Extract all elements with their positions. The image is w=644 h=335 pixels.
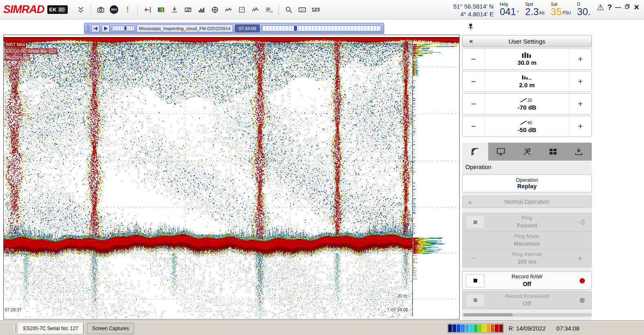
colormap-icon — [157, 6, 165, 14]
zoom-button[interactable] — [283, 4, 295, 16]
stop-icon — [474, 279, 477, 282]
record-raw-row[interactable]: Record RAW Off — [462, 271, 592, 290]
panel-title: User Settings — [480, 38, 574, 45]
tab-output[interactable] — [566, 143, 592, 161]
depth-label-right-10m: 10 m — [398, 108, 407, 113]
min-level-setting-row: − 20 -70 dB + — [462, 93, 592, 115]
event-marker-button[interactable]: ! — [122, 4, 134, 16]
hatched-layer-button[interactable] — [182, 4, 194, 16]
min-level-setting[interactable]: 20 -70 dB — [485, 94, 569, 114]
colorscale-segment — [491, 324, 494, 332]
tab-channel[interactable]: ES200-7C Serial No: 127 — [18, 323, 84, 334]
numerals-button[interactable]: 123 — [310, 4, 322, 16]
ping-mode-row: Ping Mode Maximum — [463, 231, 591, 249]
ping-mode-value: Maximum — [514, 240, 540, 247]
replay-filename[interactable]: Mississippi_Inspecting_cloud_FM-D2022091… — [137, 24, 233, 32]
magnifier-icon — [285, 6, 293, 14]
slope-40-icon: 40 — [520, 119, 534, 126]
salinity-label: Sal — [551, 2, 558, 7]
warning-icon[interactable]: ⚠ — [597, 3, 604, 11]
speed-value: 2.3 — [525, 7, 538, 17]
colormap-button[interactable] — [155, 4, 167, 16]
range-increase-button[interactable]: + — [569, 49, 591, 69]
sv-graph-button[interactable] — [222, 4, 235, 16]
tab-tools[interactable] — [514, 143, 540, 161]
ping-interval-row: − Ping Interval 100 ms + — [463, 249, 591, 267]
offset-increase-button[interactable]: + — [569, 71, 591, 92]
window-controls: ⚠ ? — × — [597, 3, 639, 12]
max-level-setting[interactable]: 40 -50 dB — [485, 116, 569, 137]
ek-label: EK — [49, 7, 57, 13]
min-level-value: -70 dB — [518, 104, 536, 111]
heading-metric: Hdg 041° — [500, 2, 519, 17]
pin-panel-icon[interactable] — [466, 23, 475, 32]
replay-rewind-button[interactable] — [91, 24, 100, 32]
screenshot-button[interactable] — [95, 4, 107, 16]
rewind-icon — [93, 26, 98, 31]
record-raw-indicator[interactable] — [580, 278, 585, 283]
replay-progress-bar[interactable] — [262, 25, 381, 31]
echogram-canvas[interactable] — [4, 35, 459, 319]
normal-operation-button[interactable]: « Normal Operation — [462, 196, 592, 208]
minimize-button[interactable]: — — [615, 4, 621, 10]
colorscale-segment — [482, 324, 486, 332]
collapse-panel-button[interactable]: « — [463, 37, 480, 45]
range-decrease-button[interactable]: − — [463, 49, 485, 69]
numbered-list-button[interactable]: 123 — [263, 4, 275, 16]
stop-icon — [474, 220, 477, 224]
min-level-increase-button[interactable]: + — [569, 94, 591, 114]
offset-decrease-button[interactable]: − — [463, 71, 485, 92]
echogram-view: WBT Mini ES200-7C Serial No: 127 Sv (20 … — [3, 35, 460, 320]
toolbar-collapse-button[interactable] — [75, 4, 87, 16]
slope-20-icon: 20 — [520, 97, 534, 103]
play-icon — [103, 26, 108, 31]
toolbar-separator — [137, 4, 138, 15]
rec-icon: REC — [110, 5, 118, 14]
tab-screen-captures[interactable]: Screen Captures — [87, 323, 134, 334]
min-level-decrease-button[interactable]: − — [463, 94, 485, 114]
list-123-label: 123 — [269, 11, 273, 13]
main-toolbar: SIMRAD EK 80 REC ! — [0, 0, 644, 20]
histogram-button[interactable] — [195, 4, 208, 16]
bottom-detection-button[interactable] — [168, 4, 181, 16]
ping-stop-button[interactable] — [466, 216, 485, 229]
hatched-rect-icon — [184, 6, 192, 14]
close-button[interactable]: × — [634, 3, 639, 12]
replay-progress-marker[interactable] — [294, 26, 297, 31]
degree-unit: ° — [517, 10, 519, 15]
range-setting[interactable]: 30.0 m — [485, 49, 569, 69]
replay-speed-slider[interactable] — [112, 26, 135, 31]
panel-scrollbar[interactable] — [462, 313, 592, 317]
waveform-icon — [224, 6, 232, 14]
scroll-back-button[interactable] — [142, 4, 154, 16]
model-label: 80 — [58, 7, 66, 13]
replay-play-button[interactable] — [102, 24, 110, 32]
operation-mode-button[interactable]: Operation Replay — [462, 174, 592, 192]
record-screen-button[interactable]: REC — [108, 4, 120, 16]
latitude-value: 51° 56.5814' N — [453, 2, 494, 11]
tab-sounder[interactable] — [462, 143, 488, 161]
range-icon — [522, 52, 532, 58]
target-trace-button[interactable] — [249, 4, 261, 16]
help-button[interactable]: ? — [607, 4, 612, 11]
record-raw-stop-button[interactable] — [466, 274, 485, 287]
restore-button[interactable] — [624, 3, 631, 11]
ping-interval-decrease-button[interactable]: − — [471, 253, 476, 263]
slope-40-label: 40 — [527, 120, 532, 125]
beam-view-button[interactable] — [209, 4, 221, 16]
annotation-icon: 1+ — [298, 6, 307, 14]
single-target-button[interactable] — [236, 4, 248, 16]
annotation-button[interactable]: 1+ — [296, 4, 308, 16]
replay-grip[interactable] — [87, 25, 89, 32]
tab-layout[interactable] — [540, 143, 566, 161]
ping-control-group: Ping Paused Ping Mode Maximum − Ping Int… — [462, 213, 592, 267]
max-level-increase-button[interactable]: + — [569, 116, 591, 137]
panel-scrollbar-thumb[interactable] — [464, 313, 513, 316]
slider-thumb[interactable] — [124, 26, 126, 30]
range-offset-setting[interactable]: 2.0 m — [485, 71, 569, 92]
max-level-decrease-button[interactable]: − — [463, 116, 485, 137]
record-processed-stop-button[interactable] — [466, 294, 485, 307]
download-tray-icon — [574, 147, 584, 156]
ping-interval-increase-button[interactable]: + — [578, 253, 582, 263]
tab-display[interactable] — [488, 143, 514, 161]
